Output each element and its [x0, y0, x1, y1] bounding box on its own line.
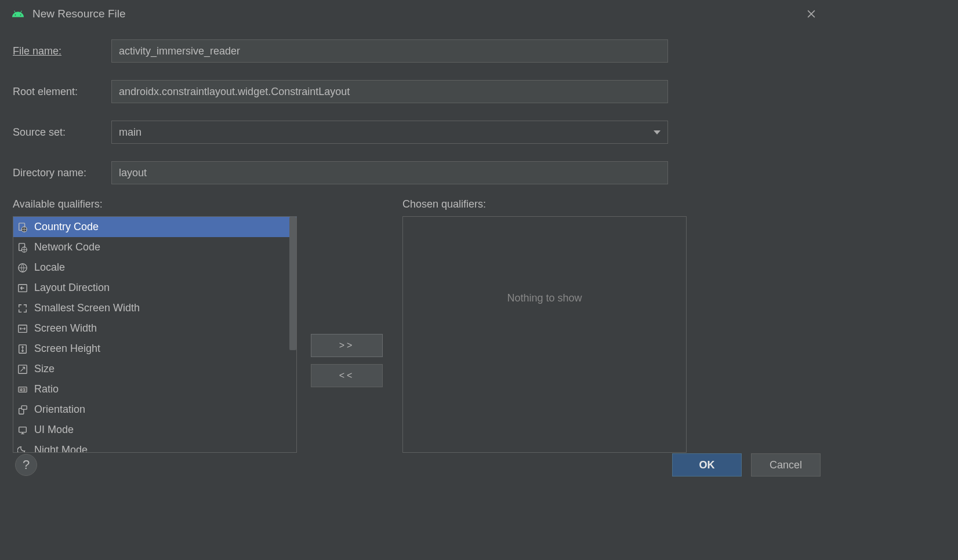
qualifier-item-label: Country Code [34, 221, 99, 233]
doc-globe-icon [17, 221, 28, 233]
ok-button[interactable]: OK [672, 453, 742, 477]
qualifier-item[interactable]: Network Code [13, 237, 296, 257]
qualifier-item[interactable]: Orientation [13, 399, 296, 420]
qualifier-item[interactable]: Smallest Screen Width [13, 298, 296, 318]
orientation-icon [17, 404, 28, 416]
qualifier-item-label: Smallest Screen Width [34, 302, 140, 314]
qualifier-item[interactable]: Screen Height [13, 339, 296, 359]
qualifier-item[interactable]: Layout Direction [13, 278, 296, 298]
scrollbar-thumb[interactable] [289, 217, 296, 350]
chosen-qualifiers-list[interactable]: Nothing to show [402, 216, 687, 453]
chosen-qualifiers-label: Chosen qualifiers: [402, 198, 687, 210]
qualifier-item-label: Layout Direction [34, 282, 110, 294]
svg-rect-12 [21, 405, 27, 409]
file-name-label: File name: [13, 45, 111, 57]
arrow-left-box-icon [17, 282, 28, 294]
close-icon[interactable] [801, 6, 822, 22]
android-icon [12, 8, 24, 20]
available-qualifiers-label: Available qualifiers: [13, 198, 297, 210]
qualifier-item-label: UI Mode [34, 424, 74, 436]
qualifier-item-label: Orientation [34, 403, 85, 416]
qualifier-item[interactable]: Locale [13, 257, 296, 278]
uimode-icon [17, 424, 28, 436]
expand-icon [17, 303, 28, 314]
dialog-title: New Resource File [32, 8, 126, 20]
svg-text:4:3: 4:3 [20, 387, 26, 391]
qualifier-item-label: Screen Width [34, 322, 97, 334]
qualifier-item[interactable]: Country Code [13, 217, 296, 237]
help-button[interactable]: ? [15, 454, 37, 476]
globe-icon [17, 262, 28, 274]
ratio-icon: 4:3 [17, 384, 28, 395]
doc-globe-icon [17, 242, 28, 253]
root-element-input[interactable] [111, 80, 668, 103]
add-qualifier-button[interactable]: >> [311, 334, 383, 357]
qualifier-item-label: Locale [34, 261, 65, 274]
qualifier-item[interactable]: Screen Width [13, 318, 296, 339]
qualifier-item[interactable]: UI Mode [13, 420, 296, 440]
qualifier-item[interactable]: 4:3Ratio [13, 379, 296, 399]
h-arrows-icon [17, 323, 28, 334]
source-set-value: main [119, 126, 141, 139]
qualifier-item-label: Ratio [34, 383, 59, 395]
title-bar: New Resource File [0, 0, 833, 28]
available-qualifiers-list[interactable]: Country CodeNetwork CodeLocaleLayout Dir… [13, 216, 297, 453]
new-resource-file-dialog: New Resource File File name: Root elemen… [0, 0, 833, 487]
directory-name-input[interactable] [111, 161, 668, 184]
v-arrows-icon [17, 343, 28, 355]
directory-name-label: Directory name: [13, 167, 111, 179]
empty-state-text: Nothing to show [507, 292, 582, 304]
source-set-dropdown[interactable]: main [111, 121, 668, 144]
qualifier-item-label: Size [34, 363, 55, 375]
remove-qualifier-button[interactable]: << [311, 364, 383, 387]
qualifier-item-label: Screen Height [34, 343, 100, 355]
qualifier-item-label: Network Code [34, 241, 100, 253]
cancel-button[interactable]: Cancel [751, 453, 821, 477]
file-name-input[interactable] [111, 39, 668, 63]
source-set-label: Source set: [13, 126, 111, 139]
svg-rect-13 [19, 427, 27, 432]
root-element-label: Root element: [13, 86, 111, 98]
qualifier-item[interactable]: Size [13, 359, 296, 379]
resize-icon [17, 363, 28, 375]
chevron-down-icon [654, 130, 661, 134]
